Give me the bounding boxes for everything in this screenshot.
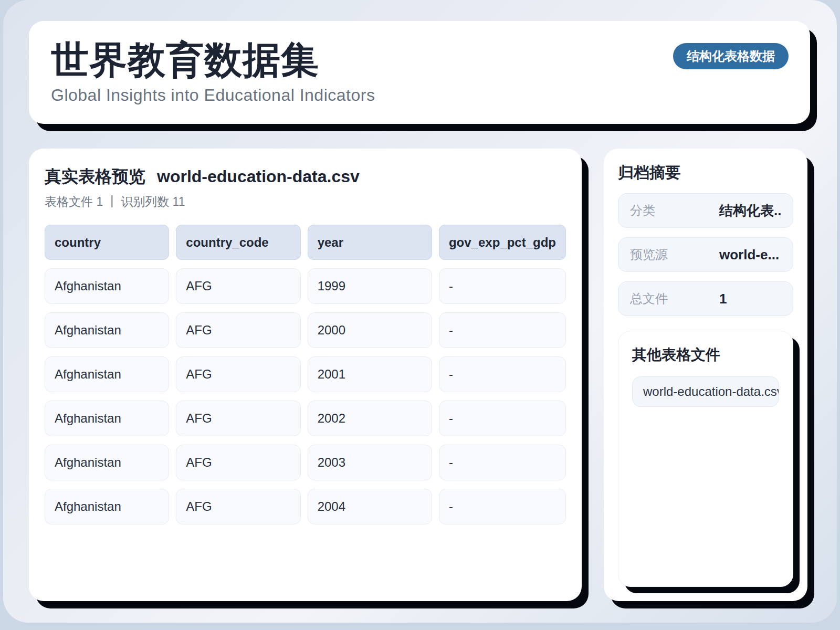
stat-label: 总文件 — [630, 290, 719, 307]
table-cell: Afghanistan — [45, 312, 169, 348]
table-cell: AFG — [176, 268, 300, 304]
category-badge: 结构化表格数据 — [673, 43, 789, 69]
table-cell: - — [439, 312, 566, 348]
stat-row-preview-source: 预览源 world-e... — [618, 237, 793, 272]
stat-row-total-files: 总文件 1 — [618, 281, 793, 316]
meta-separator: | — [110, 194, 113, 210]
table-cell: 2003 — [308, 445, 432, 480]
column-header-country-code: country_code — [176, 225, 300, 260]
table-cell: 2002 — [308, 401, 432, 436]
table-cell: - — [439, 445, 566, 480]
table-cell: - — [439, 401, 566, 436]
data-table: country country_code year gov_exp_pct_gd… — [45, 225, 566, 524]
meta-file-count: 表格文件 1 — [45, 194, 103, 210]
table-cell: 2004 — [308, 489, 432, 524]
table-cell: AFG — [176, 356, 300, 392]
stat-label: 预览源 — [630, 246, 719, 263]
table-cell: Afghanistan — [45, 445, 169, 480]
table-cell: Afghanistan — [45, 489, 169, 524]
table-cell: 2000 — [308, 312, 432, 348]
file-list-item[interactable]: world-education-data.csv — [632, 376, 779, 407]
table-cell: AFG — [176, 312, 300, 348]
table-cell: - — [439, 489, 566, 524]
stat-value: 结构化表... — [719, 202, 781, 220]
meta-column-count: 识别列数 11 — [121, 194, 185, 210]
preview-title-row: 真实表格预览 world-education-data.csv — [45, 165, 566, 188]
table-cell: - — [439, 268, 566, 304]
preview-meta: 表格文件 1 | 识别列数 11 — [45, 194, 566, 210]
table-cell: Afghanistan — [45, 401, 169, 436]
table-cell: 1999 — [308, 268, 432, 304]
table-cell: Afghanistan — [45, 356, 169, 392]
column-header-year: year — [308, 225, 432, 260]
stat-label: 分类 — [630, 202, 719, 219]
preview-title: 真实表格预览 — [45, 165, 145, 188]
archive-summary-title: 归档摘要 — [618, 162, 793, 184]
stat-value: world-e... — [719, 247, 781, 263]
page-subtitle: Global Insights into Educational Indicat… — [51, 86, 788, 105]
other-files-card: 其他表格文件 world-education-data.csv — [618, 331, 793, 587]
table-cell: - — [439, 356, 566, 392]
preview-filename: world-education-data.csv — [157, 167, 360, 186]
table-preview-card: 真实表格预览 world-education-data.csv 表格文件 1 |… — [29, 149, 582, 601]
stat-value: 1 — [719, 291, 781, 307]
table-cell: 2001 — [308, 356, 432, 392]
column-header-country: country — [45, 225, 169, 260]
column-header-gov-exp-pct-gdp: gov_exp_pct_gdp — [439, 225, 566, 260]
header-card: 世界教育数据集 Global Insights into Educational… — [29, 21, 810, 124]
stat-row-category: 分类 结构化表... — [618, 193, 793, 228]
table-cell: AFG — [176, 489, 300, 524]
table-cell: AFG — [176, 401, 300, 436]
table-cell: AFG — [176, 445, 300, 480]
other-files-title: 其他表格文件 — [632, 345, 779, 365]
table-cell: Afghanistan — [45, 268, 169, 304]
archive-summary-card: 归档摘要 分类 结构化表... 预览源 world-e... 总文件 1 其他表… — [604, 149, 807, 601]
